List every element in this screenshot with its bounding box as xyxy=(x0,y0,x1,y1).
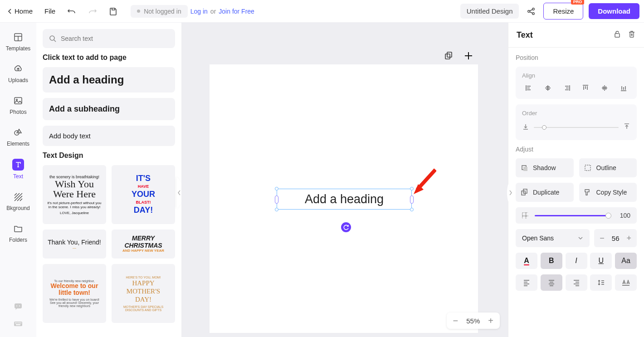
line-spacing-button[interactable] xyxy=(590,274,612,291)
photos-icon xyxy=(13,95,24,106)
add-heading-button[interactable]: Add a heading xyxy=(43,67,175,93)
undo-button[interactable] xyxy=(64,4,79,19)
sidebar-elements[interactable]: Elements xyxy=(4,124,33,150)
save-button[interactable] xyxy=(106,4,121,19)
add-page-button[interactable] xyxy=(463,50,474,62)
design-card[interactable]: MERRY CHRISTMAS AND HAPPY NEW YEAR xyxy=(112,230,175,259)
topbar-left: Home File xyxy=(5,4,121,19)
resize-handle-left[interactable] xyxy=(275,195,278,204)
properties-panel: Text Position Align Order xyxy=(508,23,644,337)
text-design-title: Text Design xyxy=(43,151,175,160)
svg-point-2 xyxy=(532,12,534,14)
sidebar-uploads[interactable]: Uploads xyxy=(4,61,33,86)
bold-button[interactable]: B xyxy=(541,253,562,269)
shadow-button[interactable]: Shadow xyxy=(516,158,574,177)
canvas-area[interactable]: Add a heading − 55% + xyxy=(181,23,508,337)
order-slider[interactable] xyxy=(534,127,619,128)
align-center-icon xyxy=(548,279,555,286)
sidebar-folders[interactable]: Folders xyxy=(4,220,33,246)
copy-style-button[interactable]: Copy Style xyxy=(579,183,637,202)
zoom-in-button[interactable]: + xyxy=(488,316,493,325)
align-left-icon xyxy=(523,279,530,286)
design-card[interactable]: IT'S HAVE YOUR BLAST! DAY! xyxy=(112,165,175,224)
unlock-button[interactable] xyxy=(613,30,621,40)
card-text: BLAST! xyxy=(136,200,151,205)
copy-style-label: Copy Style xyxy=(596,189,627,196)
font-size-increase[interactable]: + xyxy=(624,234,633,243)
align-left-button[interactable] xyxy=(522,83,536,93)
underline-button[interactable]: U xyxy=(590,253,612,269)
resize-button[interactable]: Resize PRO xyxy=(543,3,583,20)
chevron-down-icon xyxy=(578,235,583,241)
rotate-handle[interactable] xyxy=(341,222,351,232)
resize-handle-bl[interactable] xyxy=(275,208,278,211)
file-menu[interactable]: File xyxy=(42,5,58,17)
opacity-slider[interactable]: 100 xyxy=(516,207,637,224)
card-text: Thank You, Friend! xyxy=(48,239,101,246)
login-link[interactable]: Log in xyxy=(190,8,208,15)
download-button[interactable]: Download xyxy=(589,3,639,19)
italic-button[interactable]: I xyxy=(566,253,587,269)
send-back-button[interactable] xyxy=(522,123,529,132)
share-button[interactable] xyxy=(524,5,538,18)
delete-button[interactable] xyxy=(628,30,636,40)
duplicate-page-button[interactable] xyxy=(443,50,454,62)
search-input-wrap[interactable] xyxy=(43,29,175,48)
card-text: DAY! xyxy=(134,205,153,215)
duplicate-button[interactable]: Duplicate xyxy=(516,183,574,202)
design-title[interactable]: Untitled Design xyxy=(460,4,519,19)
sidebar-text[interactable]: Text xyxy=(4,156,33,182)
zoom-out-button[interactable]: − xyxy=(453,316,459,325)
sidebar-background[interactable]: Bkground xyxy=(4,189,33,214)
resize-handle-br[interactable] xyxy=(410,208,414,211)
share-icon xyxy=(527,7,535,15)
align-right-button[interactable] xyxy=(560,83,574,93)
text-align-left-button[interactable] xyxy=(516,274,537,291)
add-subheading-button[interactable]: Add a subheading xyxy=(43,98,175,120)
design-card[interactable]: To our friendly new neighbor, Welcome to… xyxy=(43,264,106,323)
opacity-value: 100 xyxy=(615,212,630,219)
search-icon xyxy=(49,35,56,42)
design-card[interactable]: the scenery is breathtaking! Wish You We… xyxy=(43,165,106,224)
join-link[interactable]: Join for Free xyxy=(219,8,254,15)
order-card: Order xyxy=(516,104,637,140)
opacity-knob[interactable] xyxy=(605,213,611,219)
case-icon: Aa xyxy=(621,257,630,265)
text-color-button[interactable]: A xyxy=(516,253,537,269)
card-text: IT'S xyxy=(136,173,151,184)
design-card[interactable]: Thank You, Friend! — xyxy=(43,230,106,259)
align-top-button[interactable] xyxy=(579,83,592,93)
text-align-right-button[interactable] xyxy=(566,274,587,291)
align-hcenter-button[interactable] xyxy=(541,83,555,93)
font-family-select[interactable]: Open Sans xyxy=(516,229,590,247)
keyboard-icon[interactable] xyxy=(13,319,23,331)
pro-badge: PRO xyxy=(571,0,585,5)
resize-handle-tl[interactable] xyxy=(275,187,278,190)
adjust-section-label: Adjust xyxy=(516,146,637,153)
letter-spacing-button[interactable] xyxy=(615,274,637,291)
collapse-props-handle[interactable] xyxy=(507,177,513,209)
position-section-label: Position xyxy=(516,54,637,61)
redo-button[interactable] xyxy=(85,4,100,19)
bring-front-button[interactable] xyxy=(623,123,630,132)
align-bottom-button[interactable] xyxy=(617,83,630,93)
design-card[interactable]: HERE'S TO YOU, MOM! HAPPY MOTHER'S DAY! … xyxy=(112,264,175,323)
rotate-icon xyxy=(343,224,349,230)
add-body-button[interactable]: Add body text xyxy=(43,126,175,146)
case-button[interactable]: Aa xyxy=(615,253,637,269)
selected-text-element[interactable]: Add a heading xyxy=(277,189,412,210)
order-label: Order xyxy=(522,110,630,117)
top-bar: Home File Not logged in Log in or Join f… xyxy=(0,0,644,23)
svg-point-1 xyxy=(528,10,530,12)
outline-button[interactable]: Outline xyxy=(579,158,637,177)
sidebar-photos[interactable]: Photos xyxy=(4,93,33,118)
font-size-decrease[interactable]: − xyxy=(598,234,606,243)
order-knob[interactable] xyxy=(542,125,546,130)
text-align-center-button[interactable] xyxy=(541,274,562,291)
search-input[interactable] xyxy=(61,35,169,42)
align-vcenter-button[interactable] xyxy=(598,83,611,93)
home-link[interactable]: Home xyxy=(5,5,35,17)
sidebar-templates[interactable]: Templates xyxy=(4,29,33,54)
undo-icon xyxy=(67,7,76,16)
chat-icon[interactable] xyxy=(13,302,23,313)
